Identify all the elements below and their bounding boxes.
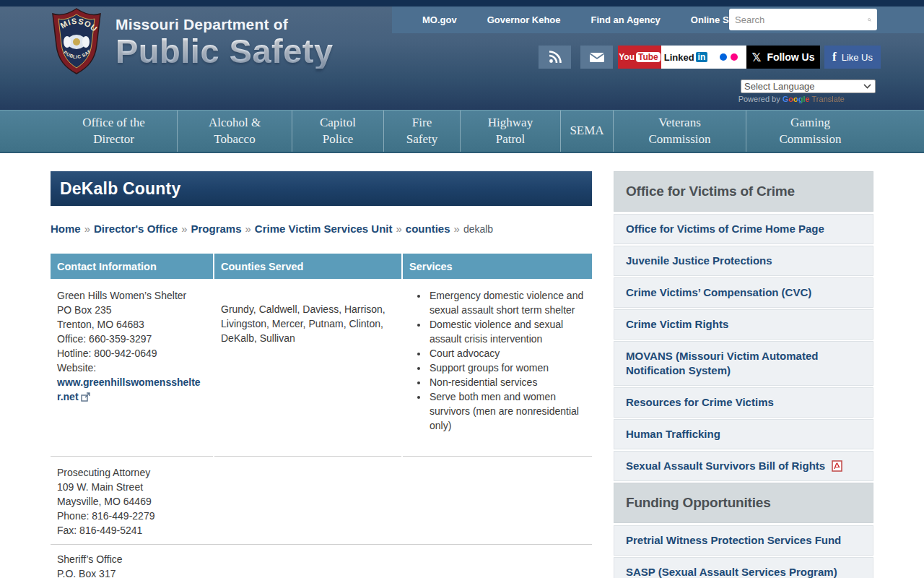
- sa-bill-of-rights-label: Sexual Assault Survivors Bill of Rights: [626, 460, 825, 472]
- youtube-you-label: You: [619, 52, 635, 62]
- nav-highway-patrol[interactable]: Highway Patrol: [460, 111, 560, 152]
- sidebar-item-cvc[interactable]: Crime Victims’ Compensation (CVC): [614, 277, 873, 308]
- col-header-contact: Contact Information: [51, 254, 213, 279]
- contact-line: Hotline: 800-942-0649: [57, 346, 206, 361]
- search-icon[interactable]: [868, 14, 871, 26]
- breadcrumb-counties[interactable]: counties: [406, 223, 450, 235]
- search-input[interactable]: [729, 10, 868, 29]
- linkedin-word-label: Linked: [664, 52, 694, 63]
- service-item: Emergency domestic violence and sexual a…: [428, 288, 585, 317]
- nav-gaming-commission[interactable]: Gaming Commission: [746, 111, 874, 152]
- sidebar-item-sasp[interactable]: SASP (Sexual Assault Services Program): [614, 557, 873, 578]
- translate-label: Translate: [810, 95, 845, 103]
- pa-line: Maysville, MO 64469: [57, 494, 592, 509]
- breadcrumb: Home»Director's Office»Programs»Crime Vi…: [51, 223, 592, 235]
- breadcrumb-current: dekalb: [463, 223, 493, 235]
- breadcrumb-directors-office[interactable]: Director's Office: [94, 223, 178, 235]
- contact-line: Office: 660-359-3297: [57, 332, 206, 346]
- main-content: DeKalb County Home»Director's Office»Pro…: [51, 171, 592, 578]
- gov-topbar: MO.gov Governor Kehoe Find an Agency Onl…: [392, 7, 924, 33]
- sidebar-item-human-trafficking[interactable]: Human Trafficking: [614, 419, 873, 449]
- nav-office-of-the-director[interactable]: Office of the Director: [51, 111, 177, 152]
- linkedin-in-icon: in: [696, 52, 708, 62]
- shelter-website-link[interactable]: www.greenhillswomensshelter.net: [57, 376, 201, 402]
- sidebar-item-crime-victim-rights[interactable]: Crime Victim Rights: [614, 309, 873, 340]
- site-logo[interactable]: MISSOURI PUBLIC SAFETY Missouri Departme…: [48, 7, 334, 76]
- shelter-website-url: www.greenhillswomensshelter.net: [57, 376, 201, 402]
- flickr-pink-dot-icon: [731, 53, 738, 61]
- x-follow-button[interactable]: 𝕏 Follow Us: [746, 46, 820, 69]
- page-title-banner: DeKalb County: [51, 171, 592, 206]
- service-item: Support groups for women: [428, 361, 585, 375]
- providers-table: Contact Information Counties Served Serv…: [51, 254, 592, 457]
- powered-by-label: Powered by: [738, 95, 783, 103]
- flickr-button[interactable]: [710, 46, 746, 69]
- facebook-like-button[interactable]: f Like Us: [824, 46, 881, 69]
- x-follow-label: Follow Us: [767, 51, 814, 63]
- pa-line: 109 W. Main Street: [57, 480, 592, 494]
- sidebar-section-victims-of-crime: Office for Victims of Crime: [614, 171, 873, 212]
- facebook-like-label: Like Us: [842, 52, 873, 63]
- agency-line1: Missouri Department of: [116, 16, 334, 33]
- pa-line: Prosecuting Attorney: [57, 465, 592, 480]
- main-nav: Office of the Director Alcohol & Tobacco…: [0, 110, 924, 153]
- sidebar-item-pretrial-witness-fund[interactable]: Pretrial Witness Protection Services Fun…: [614, 525, 873, 556]
- social-bar: You Tube Linked in 𝕏 Follow Us f Like Us: [539, 46, 881, 69]
- breadcrumb-home[interactable]: Home: [51, 223, 81, 235]
- external-link-icon: [81, 392, 90, 402]
- sidebar-item-resources[interactable]: Resources for Crime Victims: [614, 387, 873, 418]
- contact-line: PO Box 235: [57, 303, 206, 317]
- youtube-button[interactable]: You Tube: [618, 46, 661, 69]
- agency-line2: Public Safety: [116, 33, 334, 69]
- pa-line: Fax: 816-449-5241: [57, 523, 592, 538]
- agency-name: Missouri Department of Public Safety: [116, 7, 334, 69]
- col-header-counties: Counties Served: [214, 254, 401, 279]
- sidebar-item-movans[interactable]: MOVANS (Missouri Victim Automated Notifi…: [614, 341, 873, 386]
- services-list: Emergency domestic violence and sexual a…: [428, 288, 585, 433]
- link-mogov[interactable]: MO.gov: [422, 14, 457, 25]
- rss-icon: [549, 51, 562, 64]
- nav-sema[interactable]: SEMA: [560, 111, 613, 152]
- service-item: Court advocacy: [428, 346, 585, 361]
- breadcrumb-separator: »: [396, 223, 402, 235]
- facebook-f-icon: f: [832, 50, 837, 64]
- search-box[interactable]: [729, 9, 877, 30]
- sidebar-item-ovc-home[interactable]: Office for Victims of Crime Home Page: [614, 214, 873, 244]
- contact-line: Website:: [57, 361, 206, 375]
- contact-line: Green Hills Women’s Shelter: [57, 288, 206, 303]
- nav-fire-safety[interactable]: Fire Safety: [383, 111, 460, 152]
- sidebar-item-juvenile-justice[interactable]: Juvenile Justice Protections: [614, 246, 873, 276]
- col-header-services: Services: [403, 254, 592, 279]
- sheriff-office-block: Sheriff’s Office P.O. Box 317: [51, 552, 592, 578]
- nav-capitol-police[interactable]: Capitol Police: [292, 111, 383, 152]
- nav-alcohol-tobacco[interactable]: Alcohol & Tobacco: [177, 111, 292, 152]
- nav-veterans-commission[interactable]: Veterans Commission: [613, 111, 746, 152]
- x-logo-icon: 𝕏: [751, 51, 761, 64]
- right-sidebar: Office for Victims of Crime Office for V…: [614, 171, 873, 578]
- page: MISSOURI PUBLIC SAFETY Missouri Departme…: [0, 0, 924, 578]
- google-translate-attribution: Powered by Google Translate: [738, 95, 845, 103]
- linkedin-button[interactable]: Linked in: [661, 46, 710, 69]
- service-item: Serve both men and women survivors (men …: [428, 389, 585, 433]
- cell-services: Emergency domestic violence and sexual a…: [403, 279, 592, 457]
- service-item: Domestic violence and sexual assault cri…: [428, 317, 585, 346]
- breadcrumb-separator: »: [245, 223, 251, 235]
- link-governor[interactable]: Governor Kehoe: [487, 14, 561, 25]
- youtube-tube-label: Tube: [636, 52, 661, 62]
- sidebar-item-sa-bill-of-rights[interactable]: Sexual Assault Survivors Bill of Rights: [614, 451, 873, 481]
- breadcrumb-programs[interactable]: Programs: [191, 223, 241, 235]
- prosecuting-attorney-block: Prosecuting Attorney 109 W. Main Street …: [51, 465, 592, 538]
- breadcrumb-cvsu[interactable]: Crime Victim Services Unit: [255, 223, 393, 235]
- section-divider: [51, 544, 592, 545]
- breadcrumb-separator: »: [454, 223, 460, 235]
- pa-line: Phone: 816-449-2279: [57, 509, 592, 523]
- language-select-value: Select Language: [744, 81, 815, 92]
- service-item: Non-residential services: [428, 375, 585, 389]
- language-select[interactable]: Select Language: [741, 79, 876, 93]
- link-find-agency[interactable]: Find an Agency: [591, 14, 661, 25]
- rss-button[interactable]: [539, 46, 571, 69]
- pdf-icon: [832, 460, 842, 472]
- sheriff-line: P.O. Box 317: [57, 566, 592, 578]
- header-top-strip: [0, 0, 924, 7]
- email-button[interactable]: [580, 46, 613, 69]
